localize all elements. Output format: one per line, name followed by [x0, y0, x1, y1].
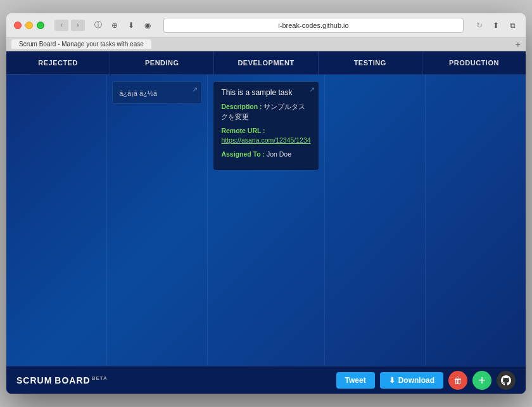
description-label: Description : [221, 103, 262, 110]
dev-card-expand-icon[interactable]: ↗ [309, 86, 315, 94]
info-icon[interactable]: ⓘ [92, 20, 104, 31]
remote-url-value[interactable]: https://asana.com/12345/1234 [221, 136, 310, 144]
download-label: Download [398, 376, 434, 385]
board-text: BOARD [54, 375, 90, 385]
active-tab[interactable]: Scrum Board - Manage your tasks with eas… [11, 39, 151, 49]
copy-icon[interactable]: ⧉ [507, 20, 518, 31]
footer-brand: SCRUM BOARDBETA [16, 375, 108, 385]
development-card[interactable]: This is a sample task ↗ Description : サン… [213, 81, 319, 171]
minimize-button[interactable] [25, 22, 33, 29]
footer-actions: Tweet ⬇ Download 🗑 + [336, 371, 516, 390]
col-pending: ã¿ã¡ã ã¿½ã ↗ [107, 75, 208, 366]
brand-scrum: SCRUM [16, 375, 52, 385]
col-header-pending: PENDING [110, 51, 214, 74]
download-icon: ⬇ [389, 376, 395, 385]
close-button[interactable] [14, 22, 22, 29]
address-text: i-break-codes.github.io [278, 22, 348, 29]
browser-window: ‹ › ⓘ ⊕ ⬇ ◉ i-break-codes.github.io ↻ ⬆ … [6, 13, 526, 394]
back-button[interactable]: ‹ [54, 20, 68, 31]
forward-button[interactable]: › [71, 20, 85, 31]
traffic-lights [14, 22, 44, 29]
tweet-button[interactable]: Tweet [336, 372, 375, 389]
pending-card-title: ã¿ã¡ã ã¿½ã [119, 89, 167, 97]
dev-card-remote-url: Remote URL : https://asana.com/12345/123… [221, 126, 310, 146]
col-header-development: DEVELOPMENT [214, 51, 318, 74]
toolbar-icons: ⓘ ⊕ ⬇ ◉ [92, 20, 153, 31]
assigned-to-label: Assigned To : [221, 150, 265, 158]
dev-card-description: Description : サンプルタスクを変更 [221, 102, 310, 122]
pending-card-expand-icon[interactable]: ↗ [192, 86, 198, 94]
new-tab-button[interactable]: + [516, 39, 521, 49]
nav-buttons: ‹ › [54, 20, 85, 31]
dev-card-title: This is a sample task [221, 88, 310, 97]
camera-icon[interactable]: ◉ [142, 20, 153, 31]
col-production [426, 75, 526, 366]
brand-board: BOARDBETA [54, 375, 108, 385]
board-area: ã¿ã¡ã ã¿½ã ↗ This is a sample task ↗ Des… [6, 75, 526, 366]
remote-url-label: Remote URL : [221, 127, 265, 134]
github-button[interactable] [497, 371, 516, 390]
col-header-testing: TESTING [319, 51, 422, 74]
col-development: This is a sample task ↗ Description : サン… [208, 75, 324, 366]
download-button[interactable]: ⬇ Download [380, 372, 443, 389]
browser-tab-bar: Scrum Board - Manage your tasks with eas… [6, 37, 526, 51]
reload-icon[interactable]: ↻ [474, 20, 485, 31]
download-icon[interactable]: ⬇ [125, 20, 137, 31]
pending-card[interactable]: ã¿ã¡ã ã¿½ã ↗ [112, 81, 202, 104]
upload-icon[interactable]: ⬆ [490, 20, 502, 31]
brand-beta: BETA [92, 375, 108, 381]
col-testing [325, 75, 426, 366]
assigned-to-value: Jon Doe [267, 150, 291, 158]
app-content: REJECTED PENDING DEVELOPMENT TESTING PRO… [6, 51, 526, 394]
app-footer: SCRUM BOARDBETA Tweet ⬇ Download 🗑 + [6, 366, 526, 394]
delete-button[interactable]: 🗑 [448, 371, 467, 390]
col-rejected [6, 75, 107, 366]
col-header-rejected: REJECTED [6, 51, 110, 74]
add-button[interactable]: + [472, 371, 491, 390]
columns-header: REJECTED PENDING DEVELOPMENT TESTING PRO… [6, 51, 526, 75]
layers-icon[interactable]: ⊕ [109, 20, 120, 31]
col-header-production: PRODUCTION [422, 51, 526, 74]
browser-titlebar: ‹ › ⓘ ⊕ ⬇ ◉ i-break-codes.github.io ↻ ⬆ … [6, 13, 526, 37]
dev-card-assigned: Assigned To : Jon Doe [221, 150, 310, 160]
maximize-button[interactable] [37, 22, 44, 29]
address-bar[interactable]: i-break-codes.github.io [163, 18, 464, 33]
